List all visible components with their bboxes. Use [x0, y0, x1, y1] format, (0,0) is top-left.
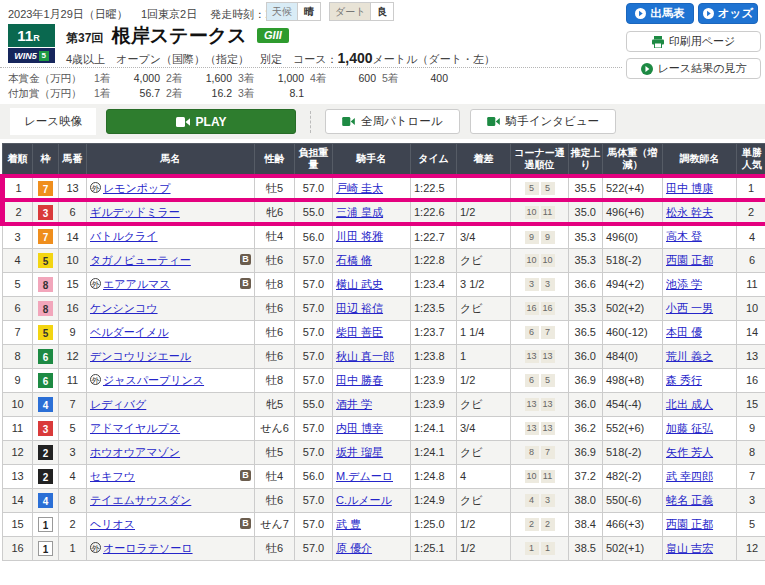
finish-position: 9 — [3, 368, 33, 392]
horse-name-link[interactable]: ヘリオス — [90, 518, 135, 530]
horse-name-link[interactable]: ケンシンコウ — [90, 302, 158, 314]
col-horse-number: 馬番 — [59, 144, 87, 177]
load-weight: 57.0 — [295, 320, 333, 344]
prize-amount: 400 — [408, 71, 448, 86]
time: 1:22.8 — [411, 248, 457, 272]
time: 1:24.9 — [411, 488, 457, 512]
table-row: 236ギルデッドミラー牝655.0三浦 皇成1:22.61/2101135.04… — [3, 200, 765, 224]
trainer-link[interactable]: 加藤 征弘 — [666, 422, 713, 434]
trainer-link[interactable]: 松永 幹夫 — [666, 206, 713, 218]
howto-read-button[interactable]: レース結果の見方 — [626, 58, 761, 79]
margin: クビ — [457, 488, 511, 512]
load-weight: 56.0 — [295, 224, 333, 248]
time: 1:24.8 — [411, 464, 457, 488]
jockey-link[interactable]: 内田 博幸 — [336, 422, 383, 434]
jockey-link[interactable]: 秋山 真一郎 — [336, 350, 394, 362]
odds-button-label: オッズ — [718, 6, 753, 21]
finish-position: 15 — [3, 512, 33, 536]
jockey-link[interactable]: 三浦 皇成 — [336, 206, 383, 218]
horse-name-link[interactable]: レモンポップ — [103, 182, 171, 194]
jockey-link[interactable]: 石橋 脩 — [336, 254, 372, 266]
jockey-interview-button[interactable]: 騎手インタビュー — [470, 109, 616, 134]
table-row: 9611外ジャスパープリンス牡857.0田中 勝春1:23.91/26536.9… — [3, 368, 765, 392]
trainer-link[interactable]: 高木 登 — [666, 230, 702, 242]
jockey-link[interactable]: C.ルメール — [336, 494, 392, 506]
foreign-bred-mark: 外 — [90, 278, 101, 289]
print-page-button[interactable]: 印刷用ページ — [626, 31, 761, 52]
col-margin: 着差 — [457, 144, 511, 177]
jockey-link[interactable]: M.デムーロ — [336, 470, 393, 482]
prize-rank: 3着 — [238, 71, 264, 86]
jockey-link[interactable]: 戸崎 圭太 — [336, 182, 383, 194]
jockey-link[interactable]: 横山 武史 — [336, 278, 383, 290]
trainer-link[interactable]: 西園 正都 — [666, 254, 713, 266]
horse-name-link[interactable]: レディバグ — [90, 398, 146, 410]
odds-button[interactable]: オッズ — [698, 3, 758, 24]
trainer-link[interactable]: 武 幸四郎 — [666, 470, 713, 482]
corner-order: 1616 — [511, 296, 569, 320]
col-frame: 枠 — [33, 144, 59, 177]
jockey-link[interactable]: 川田 将雅 — [336, 230, 383, 242]
trainer-link[interactable]: 西園 正都 — [666, 518, 713, 530]
trainer-link[interactable]: 池添 学 — [666, 278, 702, 290]
corner-position: 11 — [541, 206, 555, 219]
time: 1:23.7 — [411, 320, 457, 344]
jockey-cell: 坂井 瑠星 — [333, 440, 411, 464]
trainer-link[interactable]: 本田 優 — [666, 326, 702, 338]
body-weight: 522(+4) — [603, 176, 663, 200]
favorite-rank: 6 — [737, 248, 765, 272]
horse-name-cell: テイエムサウスダン — [87, 488, 255, 512]
jockey-link[interactable]: 原 優介 — [336, 542, 372, 554]
shutsuba-button-label: 出馬表 — [650, 6, 685, 21]
prize-amount: 1,600 — [192, 71, 232, 86]
frame-cell: 3 — [33, 416, 59, 440]
trainer-link[interactable]: 小西 一男 — [666, 302, 713, 314]
horse-name-link[interactable]: テイエムサウスダン — [90, 494, 191, 506]
horse-name-link[interactable]: デンコウリジエール — [90, 350, 191, 362]
trainer-cell: 本田 優 — [663, 320, 737, 344]
sex-age: 牡6 — [255, 536, 295, 560]
jockey-link[interactable]: 田中 勝春 — [336, 374, 383, 386]
frame-number-badge: 4 — [38, 493, 53, 508]
corner-position: 16 — [525, 302, 539, 315]
trainer-link[interactable]: 畠山 吉宏 — [666, 542, 713, 554]
favorite-rank: 11 — [737, 272, 765, 296]
horse-name-link[interactable]: タガノビューティー — [90, 254, 191, 266]
jockey-link[interactable]: 武 豊 — [336, 518, 361, 530]
horse-name-link[interactable]: ベルダーイメル — [90, 326, 169, 338]
frame-cell: 7 — [33, 176, 59, 200]
trainer-link[interactable]: 蛯名 正義 — [666, 494, 713, 506]
jockey-link[interactable]: 田辺 裕信 — [336, 302, 383, 314]
win5-logo: WIN5 — [14, 51, 37, 61]
sex-age: 牝5 — [255, 392, 295, 416]
horse-name-link[interactable]: ジャスパープリンス — [103, 374, 204, 386]
horse-name-link[interactable]: セキフウ — [90, 470, 135, 482]
load-weight: 57.0 — [295, 416, 333, 440]
horse-number: 6 — [59, 200, 87, 224]
trainer-link[interactable]: 荒川 義之 — [666, 350, 713, 362]
trainer-link[interactable]: 森 秀行 — [666, 374, 702, 386]
col-time: タイム — [411, 144, 457, 177]
horse-name-link[interactable]: アドマイヤルプス — [90, 422, 180, 434]
jockey-link[interactable]: 坂井 瑠星 — [336, 446, 383, 458]
body-weight: 502(+2) — [603, 296, 663, 320]
jockey-link[interactable]: 柴田 善臣 — [336, 326, 383, 338]
horse-name-link[interactable]: エアアルマス — [103, 278, 171, 290]
shutsuba-button[interactable]: 出馬表 — [626, 3, 694, 24]
play-button[interactable]: PLAY — [106, 109, 296, 134]
horse-name-link[interactable]: ホウオウアマゾン — [90, 446, 180, 458]
horse-number: 4 — [59, 464, 87, 488]
horse-name-link[interactable]: オーロラテソーロ — [103, 542, 193, 554]
table-row: 6816ケンシンコウ牡657.0田辺 裕信1:23.5クビ161635.3502… — [3, 296, 765, 320]
trainer-link[interactable]: 田中 博康 — [666, 182, 713, 194]
horse-name-link[interactable]: バトルクライ — [90, 230, 158, 242]
trainer-link[interactable]: 矢作 芳人 — [666, 446, 713, 458]
trainer-link[interactable]: 北出 成人 — [666, 398, 713, 410]
jockey-link[interactable]: 酒井 学 — [336, 398, 372, 410]
corner-order: 11 — [511, 536, 569, 560]
finish-position: 8 — [3, 344, 33, 368]
frame-cell: 4 — [33, 392, 59, 416]
patrol-video-button[interactable]: 全周パトロール — [325, 109, 460, 134]
load-weight: 55.0 — [295, 200, 333, 224]
horse-name-link[interactable]: ギルデッドミラー — [90, 206, 180, 218]
